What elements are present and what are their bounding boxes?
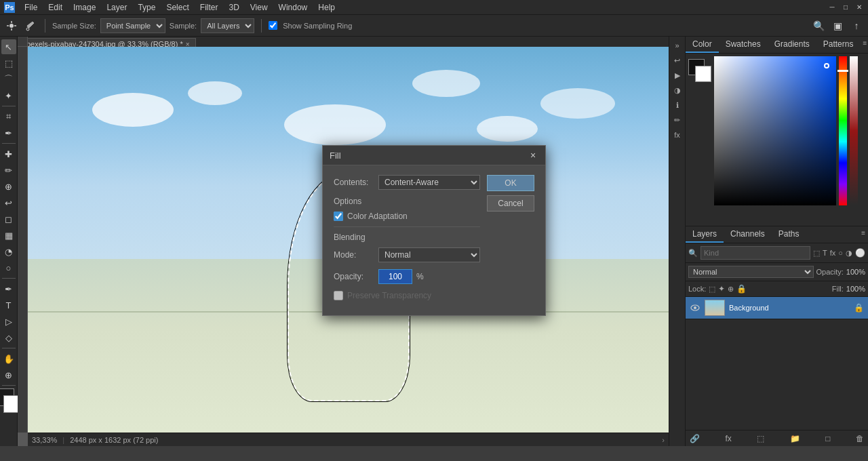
filter-icon-4[interactable]: ○ [838, 249, 843, 257]
cancel-button[interactable]: Cancel [487, 195, 534, 212]
mini-fx-icon[interactable]: fx [671, 129, 684, 141]
lock-all-icon[interactable]: 🔒 [736, 284, 747, 294]
close-button[interactable]: ✕ [853, 1, 865, 14]
filter-toggle[interactable]: ⚪ [855, 248, 865, 258]
share-icon[interactable]: ↑ [849, 18, 864, 33]
lock-artboard-icon[interactable]: ⊕ [728, 285, 734, 294]
tab-patterns[interactable]: Patterns [816, 37, 861, 53]
lock-position-icon[interactable]: ✦ [718, 284, 725, 294]
menu-file[interactable]: File [19, 1, 43, 14]
wand-tool[interactable]: ✦ [1, 88, 16, 103]
shape-tool[interactable]: ◇ [1, 330, 16, 345]
healing-tool[interactable]: ✚ [1, 146, 16, 161]
layer-visibility-toggle[interactable] [690, 302, 701, 313]
menu-filter[interactable]: Filter [195, 1, 224, 14]
stamp-tool[interactable]: ⊕ [1, 179, 16, 194]
nav-arrow[interactable]: › [662, 436, 665, 444]
menu-bar: Ps File Edit Image Layer Type Select Fil… [0, 0, 868, 15]
menu-edit[interactable]: Edit [43, 1, 68, 14]
lock-pixels-icon[interactable]: ⬚ [709, 285, 715, 294]
blur-tool[interactable]: ◔ [1, 244, 16, 259]
menu-view[interactable]: View [245, 1, 273, 14]
selection-tool[interactable]: ⬚ [1, 56, 16, 71]
tab-paths[interactable]: Paths [772, 226, 806, 243]
color-gradient-picker[interactable] [714, 56, 836, 205]
bg-color-swatch[interactable] [695, 66, 711, 82]
eraser-tool[interactable]: ◻ [1, 212, 16, 226]
delete-layer-icon[interactable]: 🗑 [856, 434, 864, 443]
tab-gradients[interactable]: Gradients [768, 37, 816, 53]
lock-label: Lock: [688, 285, 706, 293]
mini-adjust-icon[interactable]: ◑ [671, 84, 684, 96]
sample-select[interactable]: All Layers [201, 18, 254, 33]
filter-icon-3[interactable]: fx [830, 249, 836, 257]
mode-select[interactable]: Normal Multiply Screen Overlay Darken Li… [378, 247, 480, 262]
dodge-tool[interactable]: ○ [1, 260, 16, 275]
panel-menu-arrow[interactable]: ≡ [860, 37, 868, 53]
menu-type[interactable]: Type [132, 1, 161, 14]
search-icon[interactable]: 🔍 [811, 18, 826, 33]
menu-image[interactable]: Image [68, 1, 101, 14]
add-mask-icon[interactable]: ⬚ [757, 434, 764, 443]
mini-props-icon[interactable]: ℹ [671, 99, 684, 111]
color-fg-bg[interactable] [688, 59, 711, 82]
tab-channels[interactable]: Channels [724, 226, 772, 243]
opacity-input[interactable] [378, 269, 412, 284]
minimize-button[interactable]: ─ [826, 1, 838, 14]
eyedropper-tool[interactable]: ✒ [1, 125, 16, 140]
lasso-tool[interactable]: ⌒ [1, 72, 16, 87]
crop-tool[interactable]: ⌗ [1, 109, 16, 124]
text-tool[interactable]: T [1, 298, 16, 313]
collapse-icon[interactable]: » [671, 39, 684, 52]
create-layer-icon[interactable]: □ [825, 434, 830, 443]
link-layers-icon[interactable]: 🔗 [690, 434, 700, 443]
pen-tool[interactable]: ✒ [1, 281, 16, 296]
menu-layer[interactable]: Layer [101, 1, 132, 14]
layers-panel-menu[interactable]: ≡ [859, 226, 868, 243]
tab-layers[interactable]: Layers [686, 226, 724, 243]
preserve-transparency-checkbox[interactable] [334, 291, 343, 300]
sample-size-select[interactable]: Point Sample [100, 18, 165, 33]
hue-bar[interactable] [839, 56, 847, 205]
tab-color[interactable]: Color [686, 37, 719, 53]
opacity-label: Opacity: [816, 268, 844, 276]
zoom-level: 33,33% [32, 436, 57, 444]
brush-tool[interactable]: ✏ [1, 163, 16, 178]
maximize-button[interactable]: □ [840, 1, 852, 14]
saturation-bar[interactable] [850, 56, 858, 205]
hand-tool[interactable]: ✋ [1, 351, 16, 366]
layer-row[interactable]: Background 🔒 [686, 297, 868, 319]
layers-search-input[interactable] [701, 246, 810, 260]
move-tool[interactable]: ↖ [1, 39, 16, 54]
show-sampling-ring-checkbox[interactable] [269, 21, 277, 30]
blending-section-label: Blending [334, 233, 480, 242]
filter-icon-2[interactable]: T [823, 249, 827, 257]
filter-icon-1[interactable]: ⬚ [813, 249, 820, 258]
menu-3d[interactable]: 3D [223, 1, 244, 14]
toolbar: Sample Size: Point Sample Sample: All La… [0, 15, 868, 37]
mini-history-icon[interactable]: ↩ [671, 54, 684, 66]
tab-swatches[interactable]: Swatches [719, 37, 768, 53]
dialog-titlebar[interactable]: Fill × [323, 146, 545, 165]
gradient-tool[interactable]: ▦ [1, 228, 16, 243]
zoom-tool[interactable]: ⊕ [1, 367, 16, 382]
color-adaptation-checkbox[interactable] [334, 212, 343, 221]
dialog-close-button[interactable]: × [528, 150, 538, 161]
ok-button[interactable]: OK [487, 175, 534, 191]
preserve-transparency-label: Preserve Transparency [347, 291, 431, 300]
create-group-icon[interactable]: 📁 [790, 434, 800, 443]
menu-select[interactable]: Select [161, 1, 194, 14]
eyedropper-icon[interactable] [23, 18, 38, 33]
arrange-icon[interactable]: ▣ [830, 18, 845, 33]
contents-select[interactable]: Content-Aware Foreground Color Backgroun… [378, 175, 480, 190]
mini-action-icon[interactable]: ▶ [671, 69, 684, 81]
path-tool[interactable]: ▷ [1, 314, 16, 329]
menu-help[interactable]: Help [313, 1, 340, 14]
filter-icon-5[interactable]: ◑ [846, 249, 852, 258]
move-tool-icon[interactable] [4, 18, 19, 33]
mini-brush-icon[interactable]: ✏ [671, 114, 684, 126]
menu-window[interactable]: Window [273, 1, 313, 14]
blend-mode-select[interactable]: Normal [688, 266, 814, 278]
history-tool[interactable]: ↩ [1, 195, 16, 210]
add-effect-icon[interactable]: fx [725, 434, 731, 443]
